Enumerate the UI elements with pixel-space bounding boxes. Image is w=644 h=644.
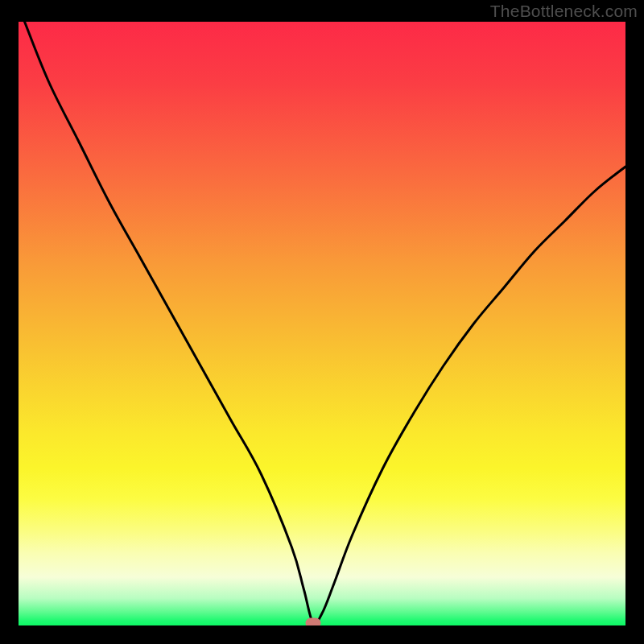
chart-frame: TheBottleneck.com	[0, 0, 644, 644]
bottleneck-curve-path	[25, 22, 625, 624]
minimum-marker	[305, 618, 320, 626]
watermark-text: TheBottleneck.com	[490, 2, 638, 21]
plot-area	[19, 22, 625, 625]
curve-svg	[19, 22, 625, 625]
